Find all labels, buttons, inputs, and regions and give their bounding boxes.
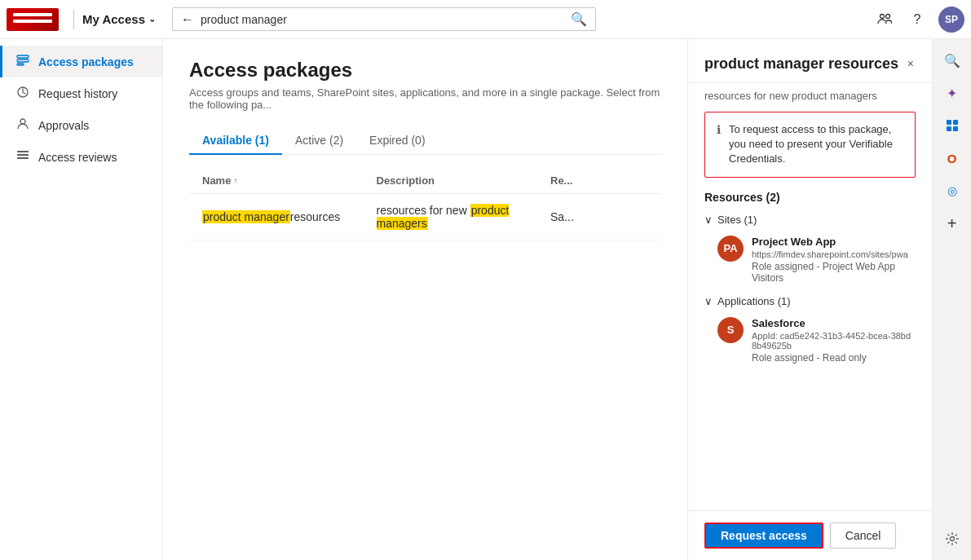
- topbar-actions: ? SP: [870, 5, 964, 34]
- close-icon[interactable]: ×: [906, 55, 916, 72]
- sidebar-item-access-packages[interactable]: Access packages: [0, 46, 162, 77]
- tab-expired[interactable]: Expired (0): [356, 127, 438, 155]
- sites-label: Sites (1): [717, 214, 757, 226]
- row-status: Sa...: [550, 210, 648, 223]
- table-row[interactable]: product manager resources resources for …: [189, 194, 661, 240]
- svg-rect-2: [17, 55, 29, 58]
- outlook-icon[interactable]: ◎: [938, 176, 967, 205]
- sidebar-item-label: Request history: [38, 87, 117, 100]
- svg-rect-13: [953, 126, 958, 131]
- panel-footer: Request access Cancel: [688, 510, 932, 560]
- left-sidebar: Access packages Request history Approval…: [0, 39, 163, 560]
- row-name: product manager resources: [202, 210, 377, 223]
- svg-rect-4: [17, 64, 24, 65]
- office-icon[interactable]: O: [938, 143, 967, 173]
- tab-active[interactable]: Active (2): [282, 127, 356, 155]
- salesforce-avatar: S: [717, 317, 744, 343]
- svg-rect-8: [17, 154, 29, 156]
- applications-section-toggle[interactable]: ∨ Applications (1): [704, 295, 916, 307]
- global-search-icon[interactable]: 🔍: [938, 46, 967, 75]
- add-icon[interactable]: +: [938, 209, 967, 238]
- sidebar-item-label: Access packages: [38, 55, 134, 68]
- sidebar-item-access-reviews[interactable]: Access reviews: [0, 141, 162, 173]
- svg-point-14: [950, 537, 954, 541]
- extensions-icon[interactable]: ✦: [938, 78, 967, 108]
- user-avatar[interactable]: SP: [938, 7, 964, 33]
- svg-rect-12: [947, 126, 951, 131]
- info-icon: ℹ: [717, 123, 721, 136]
- resource-info: Project Web App https://fimdev.sharepoin…: [752, 236, 916, 284]
- col-status-header: Re...: [550, 174, 648, 187]
- help-icon[interactable]: ?: [903, 5, 932, 34]
- topbar-divider: [73, 10, 74, 29]
- sidebar-item-approvals[interactable]: Approvals: [0, 109, 162, 141]
- sidebar-item-label: Access reviews: [38, 151, 117, 164]
- people-network-icon[interactable]: [870, 5, 899, 34]
- chevron-down-icon: ∨: [704, 214, 713, 226]
- search-input[interactable]: [201, 13, 571, 26]
- apps-grid-icon[interactable]: [938, 111, 967, 140]
- access-packages-icon: [15, 54, 30, 69]
- svg-point-0: [881, 14, 885, 18]
- col-name-header[interactable]: Name ↑: [202, 174, 377, 187]
- table-header: Name ↑ Description Re...: [189, 168, 661, 194]
- panel-title: product manager resources: [704, 55, 906, 73]
- sites-section-toggle[interactable]: ∨ Sites (1): [704, 214, 916, 226]
- row-description: resources for new product managers: [377, 204, 551, 230]
- resource-url: https://fimdev.sharepoint.com/sites/pwa: [752, 249, 916, 259]
- panel-header: product manager resources ×: [688, 39, 932, 83]
- resource-project-web-app: PA Project Web App https://fimdev.sharep…: [717, 236, 916, 284]
- request-history-icon: [15, 86, 30, 101]
- svg-point-1: [886, 14, 890, 18]
- settings-gear-icon[interactable]: [938, 524, 967, 553]
- logo: [7, 8, 59, 31]
- topbar: My Access ⌄ ← 🔍 ? SP: [0, 0, 971, 39]
- chevron-down-icon: ∨: [704, 295, 713, 307]
- tab-available[interactable]: Available (1): [189, 127, 282, 155]
- panel-body: ℹ To request access to this package, you…: [688, 112, 932, 510]
- resource-name: Salesforce: [752, 317, 916, 329]
- right-sidebar: 🔍 ✦ O ◎ +: [932, 39, 971, 560]
- app-title-text: My Access: [82, 12, 145, 26]
- name-suffix: resources: [290, 210, 340, 223]
- resource-role: Role assigned - Project Web App Visitors: [752, 261, 916, 284]
- resources-header: Resources (2): [704, 191, 916, 204]
- resource-role: Role assigned - Read only: [752, 352, 916, 364]
- approvals-icon: [15, 117, 30, 133]
- svg-rect-3: [17, 60, 29, 62]
- svg-rect-7: [17, 151, 29, 152]
- logo-image: [7, 8, 59, 31]
- access-reviews-icon: [15, 149, 30, 165]
- alert-box: ℹ To request access to this package, you…: [704, 112, 916, 178]
- svg-rect-11: [953, 120, 958, 125]
- sidebar-item-label: Approvals: [38, 119, 89, 132]
- back-arrow-icon[interactable]: ←: [181, 12, 194, 27]
- content-inner: Access packages Access groups and teams,…: [163, 39, 687, 560]
- tabs: Available (1) Active (2) Expired (0): [189, 127, 661, 155]
- page-subtitle: Access groups and teams, SharePoint site…: [189, 86, 661, 111]
- alert-text: To request access to this package, you n…: [729, 122, 903, 167]
- desc-prefix: resources for new: [377, 204, 470, 217]
- page-title: Access packages: [189, 59, 661, 82]
- project-web-app-avatar: PA: [717, 236, 744, 262]
- resource-info: Salesforce AppId: cad5e242-31b3-4452-bce…: [752, 317, 916, 364]
- cancel-button[interactable]: Cancel: [830, 523, 897, 549]
- resource-app-id: AppId: cad5e242-31b3-4452-bcea-38bd8b496…: [752, 331, 916, 351]
- svg-point-6: [20, 119, 25, 124]
- col-description-header: Description: [377, 174, 551, 187]
- content-area: Access packages Access groups and teams,…: [163, 39, 687, 560]
- applications-label: Applications (1): [717, 295, 791, 307]
- request-access-button[interactable]: Request access: [704, 523, 823, 549]
- panel-subtitle: resources for new product managers: [688, 83, 932, 112]
- app-title[interactable]: My Access ⌄: [82, 12, 156, 26]
- name-highlight: product manager: [202, 210, 290, 223]
- sort-icon: ↑: [233, 176, 237, 185]
- resource-name: Project Web App: [752, 236, 916, 248]
- right-panel: product manager resources × resources fo…: [687, 39, 932, 560]
- sidebar-item-request-history[interactable]: Request history: [0, 77, 162, 109]
- main-layout: Access packages Request history Approval…: [0, 39, 971, 560]
- search-bar: ← 🔍: [172, 7, 596, 31]
- resource-salesforce: S Salesforce AppId: cad5e242-31b3-4452-b…: [717, 317, 916, 364]
- search-icon[interactable]: 🔍: [571, 11, 587, 27]
- svg-rect-10: [947, 120, 951, 125]
